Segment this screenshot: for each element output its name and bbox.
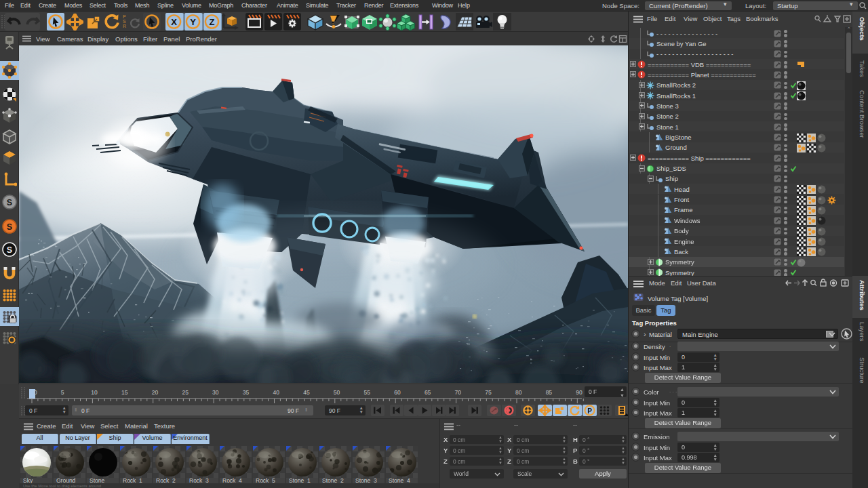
svg-text:P: P xyxy=(587,407,592,415)
svg-text:Y: Y xyxy=(190,17,196,27)
svg-text:S: S xyxy=(7,222,12,232)
svg-text:X: X xyxy=(171,17,177,27)
svg-text:S: S xyxy=(7,198,12,207)
svg-text:Z: Z xyxy=(210,17,215,27)
svg-text:S: S xyxy=(7,245,12,255)
